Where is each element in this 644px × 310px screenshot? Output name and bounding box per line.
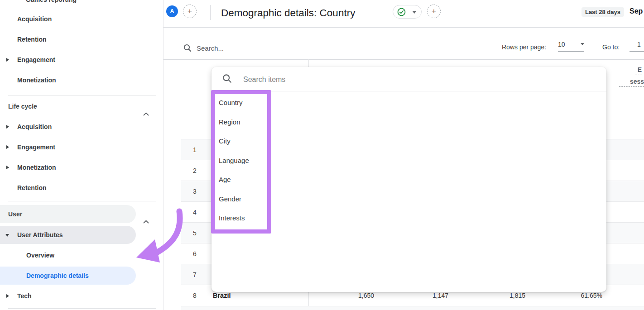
header-divider (210, 5, 211, 20)
sidebar-item-lc-retention[interactable]: Retention (0, 179, 154, 197)
sidebar-border (163, 0, 163, 310)
chevron-right-icon (6, 58, 9, 62)
sidebar-item-overview[interactable]: Overview (0, 246, 154, 264)
go-to-label: Go to: (602, 43, 620, 51)
chevron-right-icon (6, 145, 9, 149)
sidebar-divider (8, 308, 156, 309)
sidebar-item-lc-acquisition[interactable]: Acquisition (0, 118, 154, 136)
column-header-engaged-sessions[interactable]: sess (619, 78, 644, 87)
dimension-option-age[interactable]: Age (219, 170, 291, 189)
date-range-button[interactable]: Sep (630, 0, 643, 23)
add-report-button[interactable]: + (427, 5, 441, 18)
dimension-option-country[interactable]: Country (219, 93, 291, 112)
sidebar-item-monetization[interactable]: Monetization (0, 71, 154, 89)
column-header-engaged-sessions[interactable]: E (635, 66, 642, 75)
dimension-option-gender[interactable]: Gender (219, 190, 291, 209)
search-input[interactable] (197, 42, 341, 54)
sidebar-item-demographic-details[interactable]: Demographic details (0, 267, 154, 285)
sidebar-item-acquisition[interactable]: Acquisition (0, 10, 154, 28)
chevron-down-icon (413, 11, 416, 14)
section-header-user-row[interactable]: User (0, 205, 154, 223)
chevron-right-icon (6, 166, 9, 169)
add-comparison-button[interactable]: + (183, 5, 197, 18)
sidebar-divider (8, 201, 156, 201)
chevron-right-icon (6, 294, 9, 298)
dimension-option-language[interactable]: Language (219, 151, 291, 170)
page-title: Demographic details: Country (221, 0, 355, 26)
avatar[interactable]: A (166, 5, 178, 17)
sidebar-divider (8, 95, 156, 95)
dropdown-divider (211, 91, 606, 91)
sidebar-item-games-reporting[interactable]: Games reporting (26, 0, 77, 3)
section-header-life-cycle[interactable]: Life cycle (0, 97, 154, 115)
sidebar-item-engagement[interactable]: Engagement (0, 51, 154, 69)
sidebar-item-user-attributes[interactable]: User Attributes (0, 226, 154, 244)
dimension-option-region[interactable]: Region (219, 113, 291, 132)
sidebar: Games reporting Acquisition Retention En… (0, 0, 163, 310)
dimension-option-interests[interactable]: Interests (219, 209, 291, 228)
rows-per-page-label: Rows per page: (502, 43, 546, 51)
sidebar-item-tech[interactable]: Tech (0, 287, 154, 305)
search-icon (183, 44, 192, 54)
chevron-right-icon (6, 125, 9, 129)
chevron-down-icon (5, 234, 9, 237)
dimension-search-input[interactable] (243, 73, 424, 86)
date-range-label[interactable]: Last 28 days (582, 7, 624, 17)
data-quality-button[interactable] (393, 5, 422, 19)
chevron-down-icon (581, 43, 584, 45)
app-header: A + Demographic details: Country + Last … (163, 0, 644, 28)
check-circle-icon (397, 8, 406, 18)
sidebar-item-lc-monetization[interactable]: Monetization (0, 158, 154, 176)
table-row (181, 306, 644, 310)
search-icon (222, 74, 232, 85)
toolbar-border (163, 59, 644, 60)
go-to-input[interactable]: 1 (630, 41, 644, 52)
sidebar-item-lc-engagement[interactable]: Engagement (0, 138, 154, 156)
dimension-option-city[interactable]: City (219, 132, 291, 151)
sidebar-item-retention[interactable]: Retention (0, 30, 154, 48)
dimension-picker-dropdown: Country Region City Language Age Gender … (211, 67, 606, 292)
rows-per-page-select[interactable]: 10 (558, 41, 584, 52)
